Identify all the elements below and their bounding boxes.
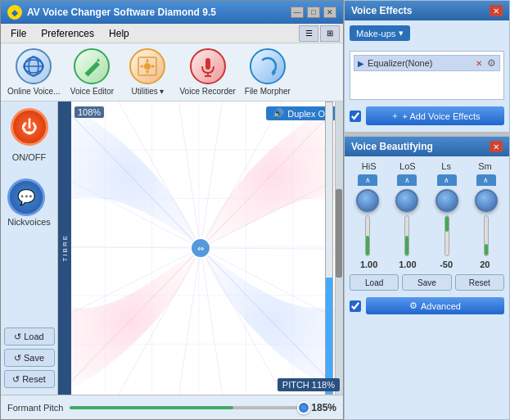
formant-pitch-bar: Formant Pitch 185% xyxy=(1,395,343,419)
voice-editor-label: Voice Editor xyxy=(70,87,114,96)
app-icon: ◆ xyxy=(7,5,22,20)
effect-name: Equalizer(None) xyxy=(368,58,471,68)
toolbar-view-buttons: ☰ ⊞ xyxy=(299,25,340,42)
values-row: 1.00 1.00 -50 20 xyxy=(350,260,504,269)
advanced-button[interactable]: ⚙ Advanced xyxy=(366,297,504,314)
file-morpher-icon xyxy=(250,48,286,84)
beautify-footer: Load Save Reset xyxy=(350,274,504,291)
col-label-his: HiS xyxy=(352,161,386,171)
sliders-header: HiS LoS Ls Sm xyxy=(350,161,504,171)
save-button[interactable]: ↺ Save xyxy=(4,349,55,367)
los-knob[interactable] xyxy=(395,189,418,212)
advanced-icon: ⚙ xyxy=(409,300,417,311)
menu-file[interactable]: File xyxy=(4,26,33,41)
beautify-save-button[interactable]: Save xyxy=(402,274,451,291)
ls-knob[interactable] xyxy=(436,189,458,212)
sm-knob[interactable] xyxy=(475,189,498,212)
add-voice-effects-button[interactable]: ＋ + Add Voice Effects xyxy=(366,106,504,125)
los-value: 1.00 xyxy=(390,260,425,269)
on-off-label: ON/OFF xyxy=(12,152,47,162)
his-slider[interactable] xyxy=(365,215,370,256)
close-button[interactable]: ✕ xyxy=(323,7,336,18)
beautify-reset-button[interactable]: Reset xyxy=(455,274,504,291)
voice-editor-button[interactable]: Voice Editor xyxy=(68,48,115,96)
utilities-icon xyxy=(129,48,165,84)
utilities-button[interactable]: Utilities ▾ xyxy=(124,48,171,96)
maximize-button[interactable]: □ xyxy=(307,7,320,18)
menu-preferences[interactable]: Preferences xyxy=(34,26,101,41)
view-btn-1[interactable]: ☰ xyxy=(299,25,318,42)
reset-icon: ↺ xyxy=(12,374,20,385)
sm-slider[interactable] xyxy=(484,215,489,256)
action-buttons: ↺ Load ↺ Save ↺ Reset xyxy=(4,327,55,388)
slider-col-ls: ∧ xyxy=(430,174,464,256)
formant-slider-thumb[interactable] xyxy=(297,401,310,414)
his-slider-fill xyxy=(366,236,369,255)
los-up-button[interactable]: ∧ xyxy=(397,174,417,186)
effect-settings-button[interactable]: ⚙ xyxy=(487,57,496,69)
left-panel: ⏻ ON/OFF 💬 Nickvoices ↺ Load ↺ Save ↺ Re… xyxy=(1,102,58,395)
ls-slider-fill xyxy=(445,216,449,232)
slider-col-los: ∧ xyxy=(390,174,424,256)
voice-beautifying-panel: Voice Beautifying ✕ HiS LoS Ls Sm ∧ xyxy=(344,136,510,420)
add-effects-checkbox[interactable] xyxy=(350,111,361,122)
ls-slider[interactable] xyxy=(445,215,449,256)
nickvoice-section: 💬 Nickvoices xyxy=(7,178,51,228)
formant-label: Formant Pitch xyxy=(7,403,63,413)
menu-help[interactable]: Help xyxy=(102,26,136,41)
sm-up-button[interactable]: ∧ xyxy=(476,174,496,186)
volume-fill xyxy=(326,278,332,394)
beautify-bottom: ⚙ Advanced xyxy=(350,296,504,316)
voice-recorder-icon xyxy=(190,48,226,84)
load-button[interactable]: ↺ Load xyxy=(4,327,55,345)
minimize-button[interactable]: — xyxy=(291,7,304,18)
voice-effects-title: Voice Effects xyxy=(351,5,412,16)
beautify-checkbox[interactable] xyxy=(350,300,361,312)
voice-beautifying-body: HiS LoS Ls Sm ∧ ∧ xyxy=(345,156,509,321)
main-content: ⏻ ON/OFF 💬 Nickvoices ↺ Load ↺ Save ↺ Re… xyxy=(1,102,343,395)
voice-effects-title-bar: Voice Effects ✕ xyxy=(345,1,509,20)
nickvoice-button[interactable]: 💬 xyxy=(7,178,45,216)
sm-value: 20 xyxy=(467,260,502,269)
slider-col-sm: ∧ xyxy=(469,174,503,256)
los-slider[interactable] xyxy=(404,215,409,256)
formant-value: 185% xyxy=(310,402,336,413)
voice-effects-body: Make-ups ▾ ▶ Equalizer(None) ✕ ⚙ ＋ + Add… xyxy=(345,20,509,132)
his-knob[interactable] xyxy=(356,189,379,212)
effect-arrow-icon: ▶ xyxy=(358,59,364,68)
file-morpher-button[interactable]: File Morpher xyxy=(244,48,291,96)
nick-label: Nickvoices xyxy=(7,217,51,227)
col-label-sm: Sm xyxy=(467,161,502,171)
makeup-dropdown[interactable]: Make-ups ▾ xyxy=(350,25,410,41)
scroll-thumb[interactable] xyxy=(336,189,342,277)
beautify-load-button[interactable]: Load xyxy=(350,274,399,291)
morph-handle[interactable]: ⇔ xyxy=(190,237,211,259)
voice-effects-close-button[interactable]: ✕ xyxy=(490,5,503,16)
svg-point-6 xyxy=(144,63,151,70)
svg-rect-8 xyxy=(205,58,210,70)
view-btn-2[interactable]: ⊞ xyxy=(320,25,340,42)
his-up-button[interactable]: ∧ xyxy=(358,174,377,186)
formant-slider-track[interactable] xyxy=(70,406,304,409)
voice-effects-panel: Voice Effects ✕ Make-ups ▾ ▶ Equalizer(N… xyxy=(344,0,510,133)
pitch-badge: PITCH 118% xyxy=(278,378,340,391)
power-button[interactable]: ⏻ xyxy=(11,108,48,146)
voice-recorder-button[interactable]: Voice Recorder xyxy=(179,48,235,96)
voice-beautifying-close-button[interactable]: ✕ xyxy=(490,141,503,152)
online-voice-button[interactable]: Online Voice... xyxy=(7,48,60,96)
effect-remove-button[interactable]: ✕ xyxy=(474,59,484,68)
drag-arrows: ⇔ xyxy=(197,244,204,253)
title-bar: ◆ AV Voice Changer Software Diamond 9.5 … xyxy=(1,1,343,24)
save-icon: ↺ xyxy=(14,353,21,364)
add-effects-row: ＋ + Add Voice Effects xyxy=(350,105,504,127)
effects-list: ▶ Equalizer(None) ✕ ⚙ xyxy=(350,51,504,100)
reset-button[interactable]: ↺ Reset xyxy=(4,370,55,388)
morph-scrollbar[interactable] xyxy=(335,102,343,395)
effect-item: ▶ Equalizer(None) ✕ ⚙ xyxy=(354,55,500,71)
formant-slider-fill xyxy=(70,406,233,409)
ls-up-button[interactable]: ∧ xyxy=(437,174,457,186)
voice-beautifying-title: Voice Beautifying xyxy=(351,141,433,152)
sm-slider-fill xyxy=(485,244,488,255)
tibre-label: TIBRE xyxy=(58,102,71,395)
morph-area[interactable]: TIBRE 108% 🔊 Duplex ON ⇔ PITCH 118 xyxy=(58,102,343,395)
